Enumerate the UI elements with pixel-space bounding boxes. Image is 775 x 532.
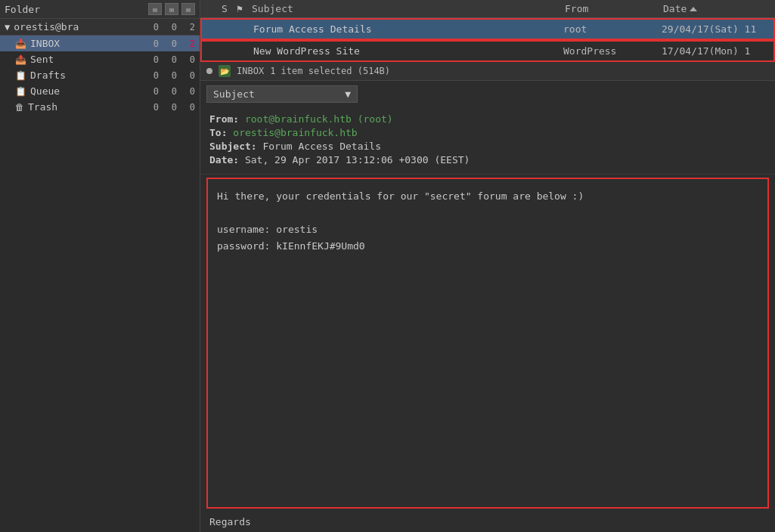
- body-line3: username: orestis: [217, 221, 758, 238]
- sidebar-item-inbox[interactable]: 📥 INBOX 0 0 2: [0, 36, 200, 51]
- inbox-count-1: 0: [147, 39, 159, 49]
- preview-inbox-label: INBOX: [237, 66, 264, 76]
- row1-from: root: [563, 23, 662, 35]
- queue-count-1: 0: [147, 86, 159, 97]
- inbox-label: INBOX: [30, 38, 147, 49]
- sort-arrow-icon: [690, 7, 697, 11]
- footer-text: Regards: [209, 516, 251, 527]
- account-count-1: 0: [147, 22, 159, 32]
- inbox-count-2: 0: [165, 39, 177, 49]
- subject-value: Forum Access Details: [262, 141, 381, 152]
- drafts-count-1: 0: [147, 70, 159, 81]
- drafts-count-2: 0: [165, 70, 177, 81]
- queue-count-2: 0: [165, 86, 177, 97]
- sidebar: Folder ✉ ✉ ✉ ▼ orestis@bra 0 0 2 📥 INBOX…: [0, 0, 200, 532]
- preview-toolbar-dot: [206, 68, 212, 74]
- sidebar-item-sent[interactable]: 📤 Sent 0 0 0: [0, 51, 200, 67]
- table-row[interactable]: New WordPress Site WordPress 17/04/17(Mo…: [200, 40, 775, 62]
- trash-count-1: 0: [147, 102, 159, 113]
- inbox-count-3: 2: [183, 39, 195, 49]
- folder-header-title: Folder: [5, 4, 40, 15]
- body-line4: password: kIEnnfEKJ#9Umd0: [217, 238, 758, 255]
- email-headers: From: root@brainfuck.htb (root) To: ores…: [200, 107, 775, 175]
- main-content: S ⚑ Subject From Date Forum Access Detai…: [200, 0, 775, 532]
- date-label: Date: [663, 3, 687, 14]
- row1-date: 29/04/17(Sat) 11: [662, 23, 767, 35]
- row2-subject: New WordPress Site: [253, 45, 563, 57]
- row1-subject: Forum Access Details: [253, 23, 563, 35]
- from-header-line: From: root@brainfuck.htb (root): [209, 113, 766, 125]
- compose-icon-1[interactable]: ✉: [148, 3, 162, 15]
- account-icon: ▼: [5, 22, 10, 32]
- sent-label: Sent: [30, 54, 147, 65]
- sent-count-1: 0: [147, 54, 159, 65]
- to-label: To:: [209, 127, 227, 138]
- email-footer: Regards: [200, 512, 775, 532]
- account-row[interactable]: ▼ orestis@bra 0 0 2: [0, 19, 200, 36]
- from-label: From:: [209, 113, 239, 125]
- trash-count-2: 0: [165, 102, 177, 113]
- date-header-line: Date: Sat, 29 Apr 2017 13:12:06 +0300 (E…: [209, 154, 766, 165]
- queue-count-3: 0: [183, 86, 195, 97]
- preview-toolbar: 📂 INBOX 1 item selected (514B): [200, 62, 775, 81]
- date-value: Sat, 29 Apr 2017 13:12:06 +0300 (EEST): [245, 154, 470, 165]
- folder-tree: 📥 INBOX 0 0 2 📤 Sent 0 0 0 📋 Drafts 0: [0, 36, 200, 532]
- col-header-s: S: [222, 3, 237, 14]
- sidebar-header-icons: ✉ ✉ ✉: [148, 3, 195, 15]
- col-header-date: Date: [663, 3, 769, 14]
- sidebar-item-drafts[interactable]: 📋 Drafts 0 0 0: [0, 67, 200, 83]
- account-name: orestis@bra: [14, 21, 147, 32]
- inbox-icon: 📥: [15, 39, 26, 49]
- to-header-line: To: orestis@brainfuck.htb: [209, 127, 766, 138]
- inbox-counts: 0 0 2: [147, 39, 195, 49]
- sent-count-2: 0: [165, 54, 177, 65]
- col-header-subject: Subject: [252, 3, 565, 14]
- compose-icon-2[interactable]: ✉: [165, 3, 178, 15]
- row2-date: 17/04/17(Mon) 1: [662, 45, 767, 57]
- drafts-count-3: 0: [183, 70, 195, 81]
- queue-icon: 📋: [15, 86, 26, 97]
- sent-count-3: 0: [183, 54, 195, 65]
- email-list-header: S ⚑ Subject From Date: [200, 0, 775, 18]
- queue-label: Queue: [30, 85, 147, 97]
- drafts-label: Drafts: [30, 70, 147, 81]
- email-list: Forum Access Details root 29/04/17(Sat) …: [200, 18, 775, 62]
- body-line1: Hi there, your credentials for our "secr…: [217, 188, 758, 205]
- col-header-from: From: [565, 3, 663, 14]
- queue-counts: 0 0 0: [147, 86, 195, 97]
- sort-dropdown-arrow: ▼: [345, 88, 351, 100]
- date-label: Date:: [209, 154, 239, 165]
- from-value: root@brainfuck.htb (root): [245, 113, 393, 125]
- sidebar-item-queue[interactable]: 📋 Queue 0 0 0: [0, 83, 200, 99]
- trash-counts: 0 0 0: [147, 102, 195, 113]
- preview-inbox-icon: 📂: [219, 65, 231, 77]
- col-header-check: [206, 3, 222, 14]
- drafts-icon: 📋: [15, 70, 26, 81]
- subject-header-line: Subject: Forum Access Details: [209, 141, 766, 152]
- compose-icon-3[interactable]: ✉: [181, 3, 195, 15]
- to-value: orestis@brainfuck.htb: [233, 127, 357, 138]
- email-body: Hi there, your credentials for our "secr…: [206, 178, 769, 509]
- sidebar-item-trash[interactable]: 🗑 Trash 0 0 0: [0, 99, 200, 115]
- body-line2: [217, 205, 758, 221]
- trash-icon: 🗑: [15, 102, 24, 113]
- sort-bar: Subject ▼: [200, 81, 775, 107]
- table-row[interactable]: Forum Access Details root 29/04/17(Sat) …: [200, 18, 775, 40]
- subject-label: Subject:: [209, 141, 257, 152]
- preview-area: 📂 INBOX 1 item selected (514B) Subject ▼…: [200, 62, 775, 532]
- trash-count-3: 0: [183, 102, 195, 113]
- account-counts: 0 0 2: [147, 22, 195, 32]
- row2-from: WordPress: [563, 45, 662, 57]
- sent-icon: 📤: [15, 54, 26, 65]
- account-count-2: 0: [165, 22, 177, 32]
- trash-label: Trash: [28, 101, 147, 113]
- sort-dropdown[interactable]: Subject ▼: [206, 85, 358, 103]
- sort-dropdown-label: Subject: [213, 88, 255, 100]
- preview-status: 1 item selected (514B): [270, 66, 390, 76]
- col-header-flag: ⚑: [237, 3, 252, 14]
- sidebar-header: Folder ✉ ✉ ✉: [0, 0, 200, 19]
- drafts-counts: 0 0 0: [147, 70, 195, 81]
- sent-counts: 0 0 0: [147, 54, 195, 65]
- account-count-3: 2: [183, 22, 195, 32]
